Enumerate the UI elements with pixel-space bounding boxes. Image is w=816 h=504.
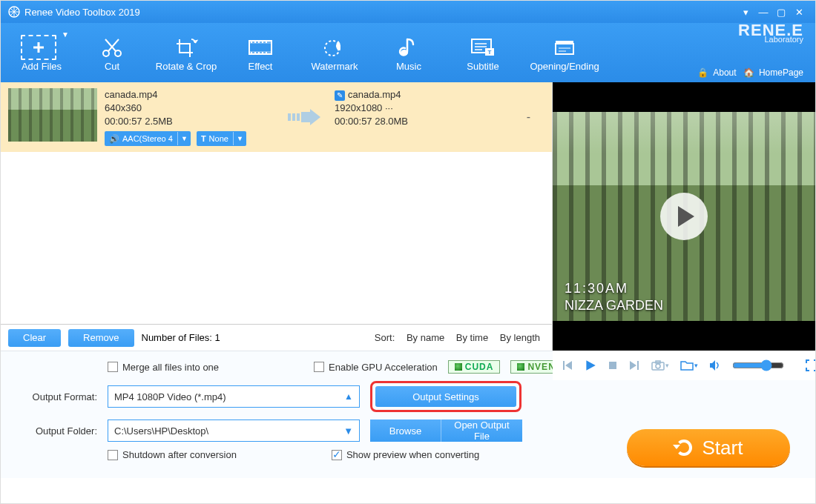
output-format-label: Output Format:: [16, 391, 97, 402]
play-icon[interactable]: [660, 193, 708, 240]
window-minimize-icon[interactable]: —: [754, 7, 772, 18]
music-button[interactable]: Music: [372, 23, 446, 82]
chevron-down-icon[interactable]: ▼: [177, 132, 191, 145]
subtitle-dropdown[interactable]: TNone ▼: [197, 131, 246, 146]
remove-button[interactable]: Remove: [68, 329, 134, 347]
chevron-down-icon[interactable]: ▼: [233, 132, 246, 145]
cuda-badge: CUDA: [448, 360, 501, 374]
output-folder-label: Output Folder:: [16, 425, 97, 437]
sort-by-time[interactable]: By time: [456, 332, 488, 343]
clear-button[interactable]: Clear: [8, 329, 61, 347]
fullscreen-icon[interactable]: [805, 359, 816, 372]
source-filename: canada.mp4: [105, 88, 275, 102]
svg-rect-5: [249, 51, 272, 54]
svg-point-17: [401, 50, 408, 56]
output-folder-field[interactable]: C:\Users\HP\Desktop\ ▼: [108, 420, 360, 442]
main-toolbar: ▼ Add Files Cut Rotate & Crop Effect Wat…: [1, 23, 815, 82]
effect-button[interactable]: Effect: [223, 23, 297, 82]
svg-point-36: [656, 364, 660, 368]
filmstrip-icon: [246, 34, 274, 61]
home-icon: 🏠: [743, 67, 754, 78]
cut-label: Cut: [105, 61, 119, 72]
window-maximize-icon[interactable]: ▢: [772, 7, 790, 18]
speaker-icon: 🔊: [109, 132, 119, 145]
svg-rect-11: [251, 52, 252, 53]
music-note-icon: [398, 34, 419, 61]
cut-button[interactable]: Cut: [75, 23, 149, 82]
slate-icon: [551, 34, 578, 61]
subtitle-icon: T: [469, 34, 497, 61]
file-row[interactable]: canada.mp4 640x360 00:00:57 2.5MB 🔊AAC(S…: [1, 82, 552, 152]
svg-rect-30: [297, 113, 300, 121]
opening-ending-label: Opening/Ending: [530, 61, 599, 72]
snapshot-icon[interactable]: ▾: [651, 359, 669, 371]
svg-rect-32: [563, 361, 565, 370]
brand-logo: RENE.E Laboratory: [738, 26, 803, 44]
preview-video[interactable]: 11:30AM NIZZA GARDEN: [553, 82, 815, 351]
destination-filename: canada.mp4: [348, 89, 401, 100]
volume-icon[interactable]: [708, 359, 722, 371]
preview-column: 11:30AM NIZZA GARDEN: [553, 82, 815, 351]
text-icon: T: [201, 132, 206, 145]
stop-icon[interactable]: [608, 360, 618, 371]
lock-icon: 🔒: [697, 67, 708, 78]
titlebar: Renee Video Toolbox 2019 ▾ — ▢ ✕: [1, 1, 815, 23]
content-area: canada.mp4 640x360 00:00:57 2.5MB 🔊AAC(S…: [1, 82, 815, 351]
svg-rect-34: [637, 361, 639, 370]
svg-point-2: [115, 50, 121, 56]
add-files-button[interactable]: ▼ Add Files: [8, 23, 75, 82]
sort-by-name[interactable]: By name: [407, 332, 444, 343]
file-list-column: canada.mp4 640x360 00:00:57 2.5MB 🔊AAC(S…: [1, 82, 553, 351]
chevron-down-icon[interactable]: ▼: [62, 30, 69, 39]
scissors-icon: [99, 34, 125, 61]
edit-icon[interactable]: ✎: [335, 90, 345, 101]
open-folder-icon[interactable]: ▾: [680, 359, 698, 371]
about-link[interactable]: About: [713, 67, 736, 78]
svg-rect-10: [266, 42, 267, 43]
destination-info: ✎canada.mp4 1920x1080 ··· 00:00:57 28.0M…: [335, 88, 505, 146]
open-output-file-button[interactable]: Open Output File: [441, 420, 522, 442]
svg-rect-7: [254, 42, 256, 43]
svg-rect-28: [288, 113, 291, 121]
window-close-icon[interactable]: ✕: [790, 7, 808, 18]
shutdown-checkbox[interactable]: Shutdown after conversion: [108, 449, 237, 460]
arrow-icon: [283, 88, 327, 146]
subtitle-button[interactable]: T Subtitle: [446, 23, 520, 82]
play-icon[interactable]: [584, 359, 597, 372]
destination-duration-size: 00:00:57 28.0MB: [335, 115, 505, 128]
output-settings-button[interactable]: Output Settings: [375, 386, 516, 407]
rotate-crop-label: Rotate & Crop: [156, 61, 217, 72]
output-settings-highlight: Output Settings: [370, 381, 521, 412]
sort-by-length[interactable]: By length: [500, 332, 540, 343]
rotate-crop-button[interactable]: Rotate & Crop: [149, 23, 223, 82]
skip-prev-icon[interactable]: [562, 359, 573, 371]
volume-slider[interactable]: [732, 359, 784, 371]
file-thumbnail: [8, 88, 97, 142]
merge-files-checkbox[interactable]: Merge all files into one: [108, 362, 219, 373]
audio-codec-dropdown[interactable]: 🔊AAC(Stereo 4 ▼: [105, 131, 191, 146]
empty-list-area: [1, 152, 552, 324]
sort-label: Sort:: [375, 332, 395, 343]
sort-group: Sort: By name By time By length: [370, 332, 544, 343]
start-button[interactable]: Start: [627, 429, 790, 466]
watermark-label: Watermark: [311, 61, 358, 72]
refresh-icon: [674, 438, 694, 457]
enable-gpu-checkbox[interactable]: Enable GPU Acceleration: [314, 362, 438, 373]
nvidia-icon: [517, 363, 524, 371]
preview-overlay-text: 11:30AM NIZZA GARDEN: [565, 281, 663, 314]
browse-button[interactable]: Browse: [370, 420, 441, 442]
output-format-dropdown[interactable]: MP4 1080P Video (*.mp4) ▲: [108, 385, 360, 408]
watermark-button[interactable]: Watermark: [297, 23, 372, 82]
homepage-link[interactable]: HomePage: [759, 67, 803, 78]
window-dropdown-icon[interactable]: ▾: [737, 7, 754, 18]
svg-rect-12: [254, 52, 256, 53]
list-footer: Clear Remove Number of Files: 1 Sort: By…: [1, 324, 552, 351]
skip-next-icon[interactable]: [628, 359, 640, 371]
nvidia-icon: [455, 363, 462, 371]
svg-rect-9: [262, 42, 263, 43]
source-resolution: 640x360: [105, 102, 275, 115]
subtitle-label: Subtitle: [467, 61, 499, 72]
svg-text:T: T: [488, 49, 492, 56]
opening-ending-button[interactable]: Opening/Ending: [520, 23, 609, 82]
show-preview-checkbox[interactable]: Show preview when converting: [332, 449, 479, 460]
